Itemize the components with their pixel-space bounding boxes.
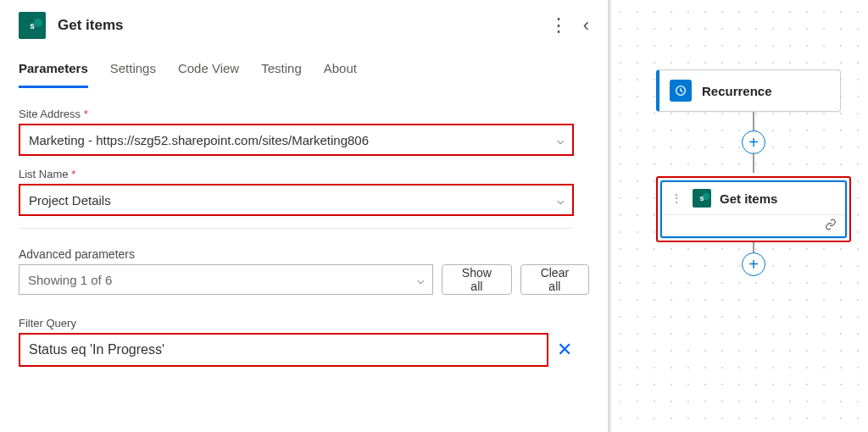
list-name-dropdown[interactable]: Project Details ⌵ [19,184,574,216]
site-address-value: Marketing - https://szg52.sharepoint.com… [29,133,369,147]
chevron-down-icon: ⌵ [557,133,564,147]
tab-code-view[interactable]: Code View [178,58,239,88]
panel-header: s Get items ⋮ ‹ [19,12,589,39]
config-panel: s Get items ⋮ ‹ Parameters Settings Code… [0,0,609,432]
node-recurrence[interactable]: Recurrence [656,69,841,112]
clear-filter-icon[interactable]: ✕ [557,339,572,361]
tab-parameters[interactable]: Parameters [19,58,88,88]
panel-title: Get items [58,17,123,34]
section-divider [19,228,574,229]
tab-testing[interactable]: Testing [261,58,302,88]
collapse-icon[interactable]: ‹ [583,16,589,35]
site-address-dropdown[interactable]: Marketing - https://szg52.sharepoint.com… [19,124,574,156]
recurrence-icon [670,80,692,102]
flow-canvas[interactable]: Recurrence + ⋮ s Get items [609,0,868,432]
more-icon[interactable]: ⋮ [549,16,568,35]
show-all-button[interactable]: Show all [442,264,512,295]
advanced-label: Advanced parameters [19,247,589,261]
chevron-down-icon: ⌵ [557,193,564,207]
add-step-button[interactable]: + [742,130,765,154]
sharepoint-icon: s [19,12,46,39]
node-get-items-highlight: ⋮ s Get items [656,176,851,242]
link-icon[interactable] [825,219,837,233]
list-name-label: List Name * [19,168,589,180]
chevron-down-icon: ⌵ [417,273,424,286]
connector-line [753,112,754,132]
clear-all-button[interactable]: Clear all [520,264,589,295]
node-get-items[interactable]: ⋮ s Get items [660,180,847,238]
node-recurrence-label: Recurrence [702,84,772,98]
advanced-showing-value: Showing 1 of 6 [28,273,112,287]
connector-line [753,152,754,173]
filter-query-label: Filter Query [19,317,589,330]
add-step-button[interactable]: + [742,252,765,276]
tab-settings[interactable]: Settings [110,58,156,88]
site-address-label: Site Address * [19,108,589,120]
tab-strip: Parameters Settings Code View Testing Ab… [19,58,589,89]
node-get-items-label: Get items [720,191,777,206]
tab-about[interactable]: About [324,58,357,88]
sharepoint-icon: s [693,189,711,208]
list-name-value: Project Details [29,193,111,208]
drag-handle-icon[interactable]: ⋮ [670,191,682,205]
advanced-showing-dropdown[interactable]: Showing 1 of 6 ⌵ [19,264,433,295]
filter-query-input[interactable] [19,333,548,367]
